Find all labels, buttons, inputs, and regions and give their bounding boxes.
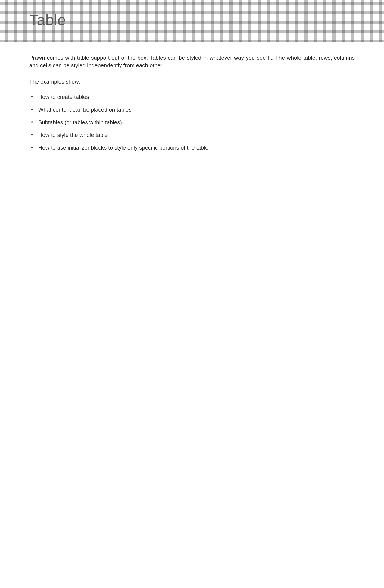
list-item: What content can be placed on tables xyxy=(29,106,355,113)
list-item: How to create tables xyxy=(29,93,355,101)
bullet-list: How to create tables What content can be… xyxy=(29,93,355,151)
intro-paragraph: Prawn comes with table support out of th… xyxy=(29,54,355,69)
page-title: Table xyxy=(29,11,66,29)
examples-label: The examples show: xyxy=(29,78,355,85)
header-band: Table xyxy=(0,0,384,42)
content-area: Prawn comes with table support out of th… xyxy=(0,42,384,151)
list-item: How to use initializer blocks to style o… xyxy=(29,144,355,151)
list-item: How to style the whole table xyxy=(29,131,355,139)
list-item: Subtables (or tables within tables) xyxy=(29,119,355,126)
